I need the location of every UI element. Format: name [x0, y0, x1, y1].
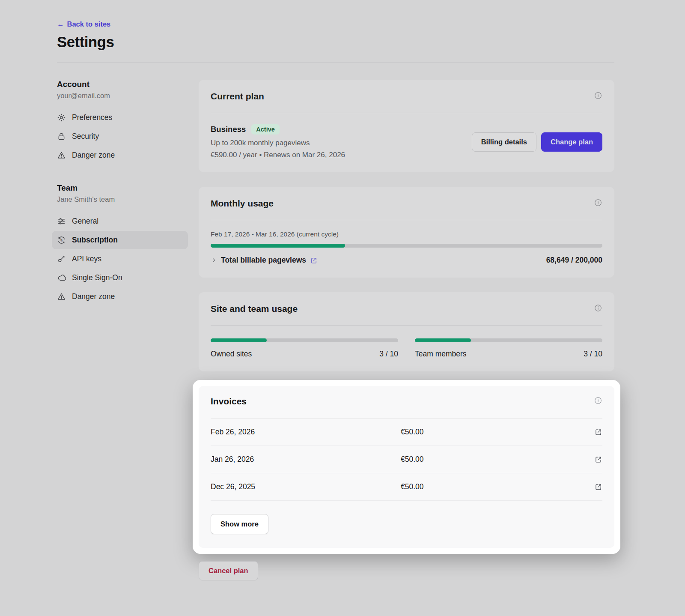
team-section-label: Team: [57, 183, 188, 193]
pageviews-progress-track: [211, 244, 602, 248]
owned-sites-value: 3 / 10: [379, 350, 398, 359]
team-section: Team Jane Smith's team General $: [57, 183, 188, 306]
invoice-date: Jan 26, 2026: [211, 455, 401, 464]
sidebar-item-preferences[interactable]: Preferences: [52, 108, 188, 127]
settings-main: Current plan Business Active Up to 20: [199, 80, 614, 580]
settings-sidebar: Account your@email.com Preferences: [57, 80, 188, 580]
invoices-title: Invoices: [211, 396, 247, 407]
plan-description: Up to 200k monthly pageviews: [211, 139, 345, 147]
billable-pageviews-label: Total billable pageviews: [221, 256, 306, 265]
owned-sites-progress-track: [211, 338, 398, 342]
external-link-icon[interactable]: [310, 257, 318, 264]
invoice-row: Jan 26, 2026 €50.00: [211, 446, 602, 473]
key-icon: [57, 254, 66, 263]
account-section: Account your@email.com Preferences: [57, 80, 188, 164]
invoice-row: Dec 26, 2025 €50.00: [211, 473, 602, 501]
sidebar-item-label: Danger zone: [72, 151, 115, 160]
monthly-usage-card: Monthly usage Feb 17, 2026 - Mar 16, 202…: [199, 187, 614, 278]
sidebar-item-label: Preferences: [72, 113, 112, 122]
invoice-amount: €50.00: [401, 455, 594, 464]
pageviews-usage-value: 68,649 / 200,000: [546, 256, 602, 265]
sidebar-item-subscription[interactable]: $ Subscription: [52, 231, 188, 249]
team-members-meter: Team members 3 / 10: [415, 338, 602, 359]
sidebar-item-label: Danger zone: [72, 292, 115, 301]
chevron-right-icon: [211, 257, 217, 263]
team-name: Jane Smith's team: [57, 195, 188, 203]
team-members-label: Team members: [415, 350, 467, 359]
sidebar-item-api-keys[interactable]: API keys: [52, 250, 188, 268]
billing-cycle-label: Feb 17, 2026 - Mar 16, 2026 (current cyc…: [211, 230, 602, 238]
current-plan-card: Current plan Business Active Up to 20: [199, 80, 614, 172]
back-arrow-icon: ←: [57, 20, 64, 28]
info-icon[interactable]: [594, 198, 602, 207]
sidebar-item-account-danger-zone[interactable]: Danger zone: [52, 146, 188, 164]
invoice-date: Dec 26, 2025: [211, 482, 401, 491]
sidebar-item-label: API keys: [72, 254, 101, 263]
external-link-icon[interactable]: [594, 428, 602, 436]
billable-pageviews-toggle[interactable]: Total billable pageviews: [211, 256, 318, 265]
owned-sites-meter: Owned sites 3 / 10: [211, 338, 398, 359]
change-plan-button[interactable]: Change plan: [541, 132, 602, 152]
show-more-button[interactable]: Show more: [211, 514, 268, 534]
invoice-row: Feb 26, 2026 €50.00: [211, 419, 602, 446]
owned-sites-label: Owned sites: [211, 350, 252, 359]
settings-page: ← Back to sites Settings Account your@em…: [0, 0, 685, 580]
lock-icon: [57, 132, 66, 141]
billing-cycle-icon: $: [57, 236, 66, 245]
back-to-sites-link[interactable]: ← Back to sites: [57, 20, 110, 28]
invoice-date: Feb 26, 2026: [211, 428, 401, 437]
card-divider: [211, 220, 602, 220]
sidebar-item-security[interactable]: Security: [52, 127, 188, 146]
billing-details-button[interactable]: Billing details: [472, 132, 536, 152]
warning-icon: [57, 292, 66, 301]
site-team-usage-title: Site and team usage: [211, 304, 298, 314]
team-members-value: 3 / 10: [584, 350, 602, 359]
team-members-progress-track: [415, 338, 602, 342]
sidebar-item-label: Subscription: [72, 236, 118, 245]
status-badge: Active: [251, 124, 280, 135]
sidebar-item-label: Single Sign-On: [72, 273, 122, 282]
sidebar-item-label: Security: [72, 132, 99, 141]
invoices-spotlight: Invoices Feb 26, 2026 €50.00: [193, 380, 620, 554]
external-link-icon[interactable]: [594, 455, 602, 463]
header-divider: [57, 62, 614, 63]
info-icon[interactable]: [594, 304, 602, 312]
site-team-usage-card: Site and team usage Owned sites: [199, 292, 614, 371]
sidebar-item-general[interactable]: General: [52, 212, 188, 230]
current-plan-title: Current plan: [211, 91, 264, 102]
external-link-icon[interactable]: [594, 483, 602, 491]
plan-name: Business: [211, 125, 246, 134]
account-section-label: Account: [57, 80, 188, 89]
invoice-amount: €50.00: [401, 428, 594, 437]
back-link-label: Back to sites: [67, 20, 111, 28]
sidebar-item-label: General: [72, 217, 98, 226]
info-icon[interactable]: [594, 91, 602, 100]
cancel-plan-button[interactable]: Cancel plan: [199, 561, 258, 580]
sliders-icon: [57, 217, 66, 226]
owned-sites-progress-fill: [211, 338, 267, 342]
invoice-amount: €50.00: [401, 482, 594, 491]
pageviews-progress-fill: [211, 244, 345, 248]
gear-icon: [57, 113, 66, 122]
cloud-icon: [57, 273, 66, 282]
card-divider: [211, 113, 602, 113]
card-divider: [211, 325, 602, 326]
invoices-card: Invoices Feb 26, 2026 €50.00: [199, 386, 614, 548]
warning-icon: [57, 151, 66, 160]
monthly-usage-title: Monthly usage: [211, 198, 274, 209]
team-members-progress-fill: [415, 338, 471, 342]
plan-billing-info: €590.00 / year • Renews on Mar 26, 2026: [211, 151, 345, 159]
sidebar-item-single-sign-on[interactable]: Single Sign-On: [52, 269, 188, 287]
sidebar-item-team-danger-zone[interactable]: Danger zone: [52, 287, 188, 306]
account-email: your@email.com: [57, 92, 188, 100]
svg-text:$: $: [60, 238, 63, 242]
info-icon[interactable]: [594, 396, 602, 405]
page-title: Settings: [57, 33, 614, 51]
